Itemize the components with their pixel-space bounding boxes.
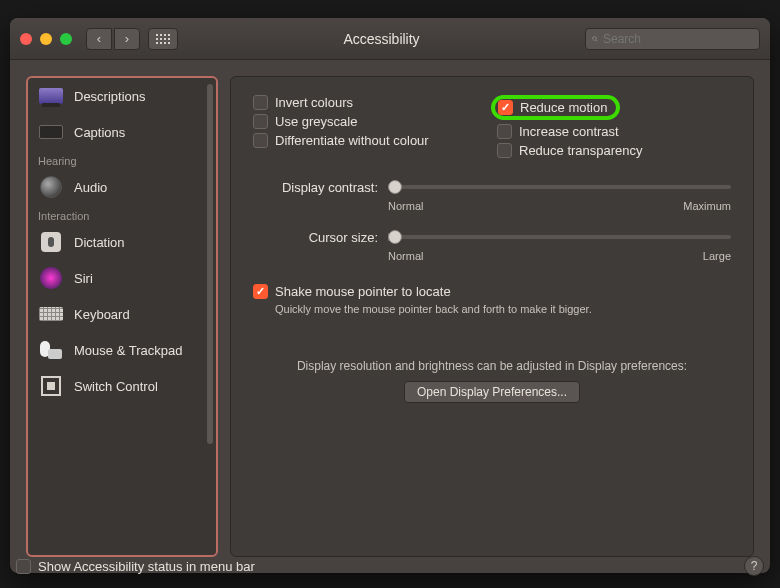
checkbox-icon [253,95,268,110]
accessibility-window: ‹ › Accessibility Descriptions Captions [10,18,770,573]
checkbox-icon [497,143,512,158]
checkbox-checked-icon [253,284,268,299]
shake-pointer-hint: Quickly move the mouse pointer back and … [275,303,731,315]
sidebar-item-dictation[interactable]: Dictation [28,224,216,260]
cursor-size-slider[interactable] [388,228,731,246]
sidebar-item-label: Dictation [74,235,125,250]
help-button[interactable]: ? [744,556,764,573]
invert-colours-checkbox[interactable]: Invert colours [253,95,487,110]
sidebar-item-label: Audio [74,180,107,195]
descriptions-icon [39,88,63,104]
switch-control-icon [41,376,61,396]
grid-icon [156,34,170,44]
show-all-button[interactable] [148,28,178,50]
search-icon [592,33,598,45]
show-status-checkbox[interactable]: Show Accessibility status in menu bar [16,559,255,574]
checkbox-checked-icon [498,100,513,115]
sidebar-item-label: Switch Control [74,379,158,394]
forward-button[interactable]: › [114,28,140,50]
use-greyscale-checkbox[interactable]: Use greyscale [253,114,487,129]
checkbox-label: Differentiate without colour [275,133,429,148]
sidebar-section-interaction: Interaction [28,205,216,224]
increase-contrast-checkbox[interactable]: Increase contrast [497,124,731,139]
main-panel: Invert colours Use greyscale Differentia… [230,76,754,557]
sidebar-item-label: Mouse & Trackpad [74,343,182,358]
content-area: Descriptions Captions Hearing Audio Inte… [10,60,770,573]
window-controls [20,33,72,45]
checkbox-label: Show Accessibility status in menu bar [38,559,255,574]
slider-thumb-icon[interactable] [388,230,402,244]
sidebar-item-descriptions[interactable]: Descriptions [28,78,216,114]
audio-icon [40,176,62,198]
checkbox-label: Increase contrast [519,124,619,139]
sidebar-item-captions[interactable]: Captions [28,114,216,150]
siri-icon [40,267,62,289]
display-contrast-label: Display contrast: [253,180,378,195]
dictation-icon [41,232,61,252]
display-contrast-slider[interactable] [388,178,731,196]
checkbox-label: Invert colours [275,95,353,110]
checkbox-label: Use greyscale [275,114,357,129]
differentiate-colour-checkbox[interactable]: Differentiate without colour [253,133,487,148]
window-title: Accessibility [178,31,585,47]
display-prefs-hint: Display resolution and brightness can be… [253,359,731,373]
checkbox-icon [253,114,268,129]
minimize-icon[interactable] [40,33,52,45]
titlebar: ‹ › Accessibility [10,18,770,60]
reduce-motion-checkbox[interactable]: Reduce motion [498,100,607,115]
checkbox-label: Shake mouse pointer to locate [275,284,451,299]
sidebar-item-label: Siri [74,271,93,286]
slider-max-label: Large [703,250,731,262]
sidebar-item-keyboard[interactable]: Keyboard [28,296,216,332]
reduce-motion-highlight: Reduce motion [491,95,620,120]
slider-thumb-icon[interactable] [388,180,402,194]
sidebar-section-hearing: Hearing [28,150,216,169]
sidebar-item-siri[interactable]: Siri [28,260,216,296]
checkbox-label: Reduce transparency [519,143,643,158]
bottom-bar: Show Accessibility status in menu bar ? [16,556,764,573]
cursor-size-label: Cursor size: [253,230,378,245]
mouse-icon [40,341,62,359]
fullscreen-icon[interactable] [60,33,72,45]
sidebar: Descriptions Captions Hearing Audio Inte… [26,76,218,557]
checkbox-icon [253,133,268,148]
back-button[interactable]: ‹ [86,28,112,50]
sidebar-item-switch-control[interactable]: Switch Control [28,368,216,404]
search-field[interactable] [585,28,760,50]
sidebar-scrollbar[interactable] [207,84,213,444]
reduce-transparency-checkbox[interactable]: Reduce transparency [497,143,731,158]
search-input[interactable] [603,32,753,46]
slider-min-label: Normal [388,250,423,262]
open-display-preferences-button[interactable]: Open Display Preferences... [404,381,580,403]
sidebar-item-label: Descriptions [74,89,146,104]
nav-buttons: ‹ › [86,28,140,50]
checkbox-label: Reduce motion [520,100,607,115]
keyboard-icon [39,307,63,321]
sidebar-item-label: Keyboard [74,307,130,322]
slider-min-label: Normal [388,200,423,212]
sidebar-item-label: Captions [74,125,125,140]
close-icon[interactable] [20,33,32,45]
checkbox-icon [16,559,31,574]
checkbox-icon [497,124,512,139]
sidebar-item-audio[interactable]: Audio [28,169,216,205]
shake-pointer-checkbox[interactable]: Shake mouse pointer to locate [253,284,731,299]
slider-max-label: Maximum [683,200,731,212]
sidebar-item-mouse-trackpad[interactable]: Mouse & Trackpad [28,332,216,368]
captions-icon [39,125,63,139]
